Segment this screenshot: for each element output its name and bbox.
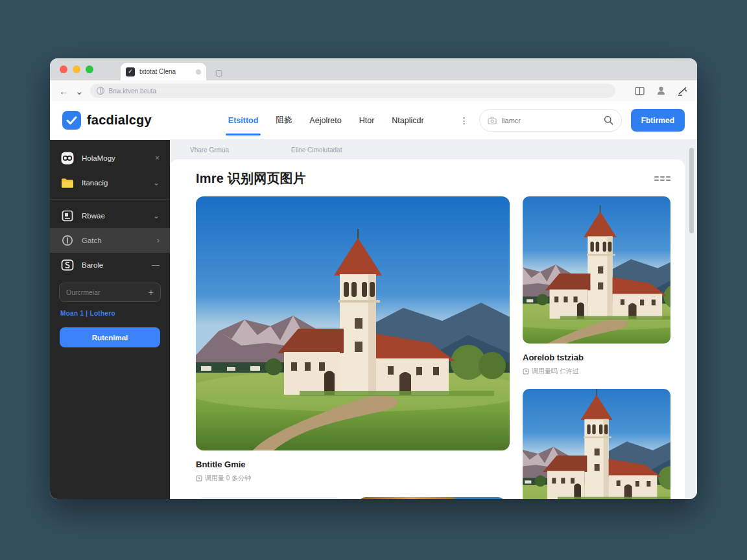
sidebar-divider xyxy=(50,199,170,200)
pale-sky-image xyxy=(196,497,344,499)
card-meta: 调用量 0 多分钟 xyxy=(196,474,510,483)
brand[interactable]: facdialcgy xyxy=(62,111,152,130)
sidebar-item-label: Rbwae xyxy=(82,212,146,220)
clock-icon xyxy=(523,368,529,375)
grid-left-column: Bntitle Gmie 调用量 0 多分钟 xyxy=(196,196,510,499)
search-input[interactable] xyxy=(502,117,599,124)
url-text: Bnw.ktven.beuta xyxy=(109,88,156,95)
toolbar-icons xyxy=(635,86,688,96)
sidebar-item-gatch-selected[interactable]: Gatch › xyxy=(50,228,170,253)
nav-item-5[interactable]: Ntaplicdr xyxy=(392,111,423,130)
browser-tab[interactable]: ✓ txtotat Clena xyxy=(121,63,206,80)
sidebar-item-label: Barole xyxy=(82,261,145,269)
card-meta: 调用量吗 仁许过 xyxy=(523,367,670,376)
breadcrumb-item[interactable]: Vhare Grmua xyxy=(190,146,229,154)
sidebar-item-label: HolaMogy xyxy=(82,154,148,162)
brand-check-logo-icon xyxy=(62,111,81,130)
plus-icon[interactable]: + xyxy=(148,287,154,298)
sidebar-item-rbwae[interactable]: Rbwae ⌄ xyxy=(50,204,170,228)
app-header: facdialcgy Etsittod 阻挠 Aejolreto Htor Nt… xyxy=(50,101,697,140)
chevron-down-icon[interactable]: ⌄ xyxy=(153,179,160,187)
nav-item-4[interactable]: Htor xyxy=(359,111,375,130)
sidebar-input[interactable] xyxy=(66,288,145,296)
sidebar-item-label: Itanacig xyxy=(82,179,146,187)
view-toggle-icon[interactable] xyxy=(654,176,670,181)
address-bar[interactable]: Bnw.ktven.beuta xyxy=(90,84,615,98)
tab-favicon-icon: ✓ xyxy=(126,67,135,76)
card-meta-text: 调用量吗 仁许过 xyxy=(532,367,579,376)
close-icon[interactable]: × xyxy=(155,154,160,162)
card-s-icon xyxy=(60,258,75,272)
header-search[interactable] xyxy=(479,109,622,132)
header-right: Fbtirmed xyxy=(479,109,685,132)
scrollbar-thumb[interactable] xyxy=(689,148,694,233)
nav-item-1[interactable]: Etsittod xyxy=(228,111,259,130)
church-landscape-image xyxy=(523,196,670,344)
dash-icon[interactable]: — xyxy=(152,261,160,269)
browser-toolbar: ← ⌄ Bnw.ktven.beuta xyxy=(50,80,697,101)
tab-title: txtotat Clena xyxy=(139,68,191,75)
folder-icon xyxy=(60,176,75,190)
edit-pencil-icon[interactable] xyxy=(678,86,688,96)
nav-overflow-icon[interactable]: ⋮ xyxy=(460,115,469,126)
app-body: HolaMogy × Itanacig ⌄ Rbwae ⌄ xyxy=(50,140,697,499)
maximize-window-button[interactable] xyxy=(86,65,93,73)
image-card-pale-partial[interactable] xyxy=(196,497,344,499)
church-landscape-image xyxy=(523,389,670,499)
chevron-down-icon[interactable]: ⌄ xyxy=(153,212,160,220)
chevron-right-icon[interactable]: › xyxy=(157,237,160,244)
page-title: Imre 识别网页图片 xyxy=(196,170,306,187)
clock-icon xyxy=(196,475,202,482)
sidebar-item-holamogy[interactable]: HolaMogy × xyxy=(50,146,170,170)
new-tab-icon[interactable]: ▢ xyxy=(215,69,222,76)
image-card-autumn-partial[interactable] xyxy=(358,497,506,499)
sidebar-item-itanacig[interactable]: Itanacig ⌄ xyxy=(50,170,170,195)
image-grid: Bntitle Gmie 调用量 0 多分钟 xyxy=(196,196,670,499)
minimize-window-button[interactable] xyxy=(73,65,80,73)
title-row: Imre 识别网页图片 xyxy=(196,170,670,187)
main-area: Vhare Grmua Eline Cimolutadat Imre 识别网页图… xyxy=(170,140,697,499)
bookmarks-icon[interactable] xyxy=(635,87,645,95)
sidebar-input-wrap: + xyxy=(59,283,161,302)
main-nav: Etsittod 阻挠 Aejolreto Htor Ntaplicdr ⋮ xyxy=(228,110,469,131)
card-meta-text: 调用量 0 多分钟 xyxy=(205,474,251,483)
grid-right-column: Aorelob tstziab 调用量吗 仁许过 xyxy=(523,196,670,499)
card-title[interactable]: Aorelob tstziab xyxy=(523,353,670,362)
sidebar: HolaMogy × Itanacig ⌄ Rbwae ⌄ xyxy=(50,140,170,499)
sidebar-links[interactable]: Moan 1 | Lothero xyxy=(60,310,160,317)
profile-icon[interactable] xyxy=(656,86,666,95)
window-controls xyxy=(50,58,102,80)
header-cta-button[interactable]: Fbtirmed xyxy=(631,109,685,132)
content-card: Imre 识别网页图片 Bntitle Gmie xyxy=(170,159,685,499)
browser-tab-strip: ✓ txtotat Clena ▢ xyxy=(50,58,697,80)
breadcrumb-item[interactable]: Eline Cimolutadat xyxy=(291,146,342,154)
nav-item-3[interactable]: Aejolreto xyxy=(309,111,341,130)
back-icon[interactable]: ← xyxy=(59,86,69,96)
panel-icon xyxy=(60,209,75,223)
card-title[interactable]: Bntitle Gmie xyxy=(196,460,510,469)
image-card-church-small-2[interactable] xyxy=(523,389,670,499)
globe-icon xyxy=(97,87,104,95)
brand-name: facdialcgy xyxy=(87,113,152,128)
search-icon[interactable] xyxy=(604,115,613,125)
close-window-button[interactable] xyxy=(60,65,67,73)
image-card-church-large[interactable] xyxy=(196,196,510,450)
sidebar-item-barole[interactable]: Barole — xyxy=(50,253,170,277)
sidebar-primary-button[interactable]: Rutenimal xyxy=(60,327,160,347)
chevron-down-icon[interactable]: ⌄ xyxy=(75,86,84,96)
image-card-church-small[interactable] xyxy=(523,196,670,344)
camera-icon xyxy=(488,117,497,124)
partial-card-row xyxy=(196,497,510,499)
church-landscape-image xyxy=(196,196,510,450)
breadcrumb: Vhare Grmua Eline Cimolutadat xyxy=(170,140,697,159)
desktop-background: ✓ txtotat Clena ▢ ← ⌄ Bnw.ktven.beuta xyxy=(0,0,747,560)
shield-circle-icon xyxy=(60,233,75,248)
nav-item-2[interactable]: 阻挠 xyxy=(276,110,292,131)
sidebar-item-label: Gatch xyxy=(82,237,150,244)
browser-window: ✓ txtotat Clena ▢ ← ⌄ Bnw.ktven.beuta xyxy=(50,58,697,499)
tab-close-icon[interactable] xyxy=(196,69,201,75)
goggles-logo-icon xyxy=(60,151,75,165)
autumn-trees-image xyxy=(358,497,506,499)
